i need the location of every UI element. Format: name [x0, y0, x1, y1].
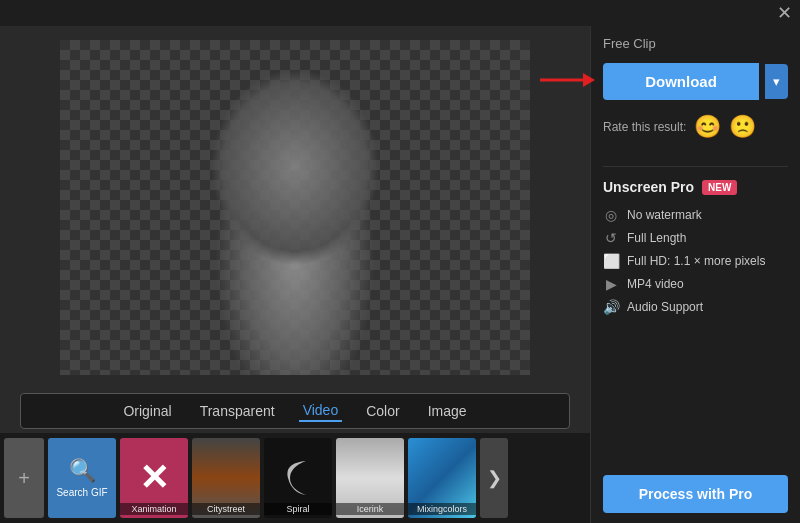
thumb-icerink-label: Icerink: [336, 503, 404, 515]
tab-transparent[interactable]: Transparent: [196, 401, 279, 421]
thumb-mixingcolors-label: Mixingcolors: [408, 503, 476, 515]
right-panel: Free Clip Download ▾ Rate this result: 😊…: [590, 26, 800, 523]
new-badge: NEW: [702, 180, 737, 195]
tab-color[interactable]: Color: [362, 401, 403, 421]
feature-full-length: ↺ Full Length: [603, 230, 788, 246]
arrow-indicator: [535, 65, 595, 95]
feature-full-hd-label: Full HD: 1.1 × more pixels: [627, 254, 765, 268]
full-hd-icon: ⬜: [603, 253, 619, 269]
feature-mp4: ▶ MP4 video: [603, 276, 788, 292]
top-bar: ✕: [0, 0, 800, 26]
no-watermark-icon: ◎: [603, 207, 619, 223]
tab-original[interactable]: Original: [119, 401, 175, 421]
search-gif-label: Search GIF: [56, 487, 107, 498]
search-gif-icon: 🔍: [69, 458, 96, 484]
mp4-icon: ▶: [603, 276, 619, 292]
pro-section-title: Unscreen Pro NEW: [603, 179, 788, 195]
thumb-spiral-label: Spiral: [264, 503, 332, 515]
process-pro-button[interactable]: Process with Pro: [603, 475, 788, 513]
full-length-icon: ↺: [603, 230, 619, 246]
pro-features: ◎ No watermark ↺ Full Length ⬜ Full HD: …: [603, 207, 788, 315]
canvas-area: [0, 26, 590, 389]
feature-full-length-label: Full Length: [627, 231, 686, 245]
thumb-citystreet[interactable]: Citystreet: [192, 438, 260, 518]
feature-full-hd: ⬜ Full HD: 1.1 × more pixels: [603, 253, 788, 269]
feature-no-watermark: ◎ No watermark: [603, 207, 788, 223]
svg-marker-1: [583, 73, 595, 87]
feature-no-watermark-label: No watermark: [627, 208, 702, 222]
download-section: Download ▾: [603, 63, 788, 114]
download-caret-button[interactable]: ▾: [765, 64, 788, 99]
next-arrow-button[interactable]: ❯: [480, 438, 508, 518]
canvas-bg: [60, 40, 530, 375]
bottom-strip: + 🔍 Search GIF ✕ Xanimation Citystreet S…: [0, 433, 590, 523]
thumb-mixingcolors[interactable]: Mixingcolors: [408, 438, 476, 518]
feature-audio: 🔊 Audio Support: [603, 299, 788, 315]
search-gif-button[interactable]: 🔍 Search GIF: [48, 438, 116, 518]
spiral-visual: [278, 453, 318, 503]
tab-video[interactable]: Video: [299, 400, 343, 422]
rate-label: Rate this result:: [603, 120, 686, 134]
feature-audio-label: Audio Support: [627, 300, 703, 314]
main-area: Original Transparent Video Color Image +…: [0, 26, 800, 523]
thumb-xanimation[interactable]: ✕ Xanimation: [120, 438, 188, 518]
thumb-icerink[interactable]: Icerink: [336, 438, 404, 518]
free-clip-label: Free Clip: [603, 36, 788, 51]
pro-title: Unscreen Pro: [603, 179, 694, 195]
download-row: Download ▾: [603, 63, 788, 100]
audio-icon: 🔊: [603, 299, 619, 315]
left-panel: Original Transparent Video Color Image +…: [0, 26, 590, 523]
subject-image: [60, 40, 530, 375]
rate-sad-button[interactable]: 🙁: [729, 114, 756, 140]
thumb-spiral[interactable]: Spiral: [264, 438, 332, 518]
thumb-xanimation-label: Xanimation: [120, 503, 188, 515]
add-clip-button[interactable]: +: [4, 438, 44, 518]
rate-happy-button[interactable]: 😊: [694, 114, 721, 140]
tab-image[interactable]: Image: [424, 401, 471, 421]
thumb-citystreet-label: Citystreet: [192, 503, 260, 515]
rate-row: Rate this result: 😊 🙁: [603, 114, 788, 140]
close-button[interactable]: ✕: [777, 4, 792, 22]
download-button[interactable]: Download: [603, 63, 759, 100]
feature-mp4-label: MP4 video: [627, 277, 684, 291]
divider: [603, 166, 788, 167]
tab-bar: Original Transparent Video Color Image: [20, 393, 570, 429]
